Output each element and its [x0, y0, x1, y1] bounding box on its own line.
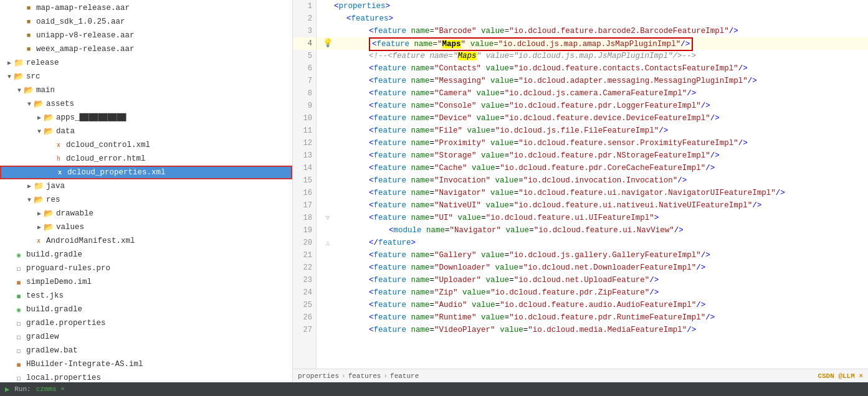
line-num-15: 15: [293, 174, 316, 187]
tree-label: main: [36, 86, 55, 95]
breadcrumb-sep-2: ›: [383, 372, 388, 380]
line-num-5: 5: [293, 50, 316, 62]
csdn-badge: CSDN @LLM ×: [818, 372, 863, 380]
tree-item-gradlew-bat[interactable]: ◻ gradlew.bat: [0, 344, 292, 357]
breadcrumb-part-1[interactable]: properties: [298, 372, 339, 380]
tree-item-build-gradle-root[interactable]: ◉ build.gradle: [0, 303, 292, 316]
tree-item-drawable[interactable]: ▶ 📂 drawable: [0, 207, 292, 220]
code-content: 1 2 3 4 5 6 7 8 9 10 11 12 13 14 15 16 1…: [293, 0, 868, 369]
code-line-10: <feature name="Device" value="io.dcloud.…: [317, 112, 868, 125]
code-line-25: <feature name="Audio" value="io.dcloud.f…: [317, 299, 868, 311]
tree-item-oaid[interactable]: ■ oaid_sdk_1.0.25.aar: [0, 15, 292, 29]
tree-item-dcloud-error[interactable]: h dcloud_error.html: [0, 152, 292, 166]
tree-item-testjks[interactable]: ◼ test.jks: [0, 289, 292, 303]
code-text-13: <feature name="Storage" value="io.dcloud…: [334, 149, 720, 162]
line-num-18: 18: [293, 212, 316, 224]
line-num-14: 14: [293, 162, 316, 174]
code-text-2: <features>: [334, 12, 393, 25]
tree-arrow: ▶: [35, 210, 44, 217]
code-text-11: <feature name="File" value="io.dcloud.js…: [334, 125, 668, 137]
tree-item-map-amap[interactable]: ■ map-amap-release.aar: [0, 1, 292, 15]
tree-item-release[interactable]: ▶ 📁 release: [0, 56, 292, 70]
tree-item-dcloud-control[interactable]: x dcloud_control.xml: [0, 138, 292, 152]
tree-label: dcloud_control.xml: [66, 141, 150, 149]
tree-label: data: [56, 127, 75, 136]
code-text-1: <properties>: [334, 0, 390, 12]
line-num-7: 7: [293, 75, 316, 87]
code-text-10: <feature name="Device" value="io.dcloud.…: [334, 112, 720, 125]
tree-item-local-properties[interactable]: ◻ local.properties: [0, 371, 292, 382]
tree-item-simpledemo[interactable]: ◼ simpleDemo.iml: [0, 275, 292, 289]
code-line-6: <feature name="Contacts" value="io.dclou…: [317, 62, 868, 75]
code-text-16: <feature name="Navigator" value="io.dclo…: [334, 187, 785, 199]
run-bar: ▶ Run: czmms ×: [0, 382, 868, 396]
line-num-4: 4: [293, 37, 316, 50]
breadcrumb-part-3[interactable]: feature: [390, 372, 419, 380]
folder-icon: 📁: [14, 58, 24, 68]
tree-item-values[interactable]: ▶ 📂 values: [0, 220, 292, 234]
code-text-7: <feature name="Messaging" value="io.dclo…: [334, 75, 757, 87]
tree-item-weex[interactable]: ■ weex_amap-release.aar: [0, 42, 292, 56]
code-line-1: <properties>: [317, 0, 868, 12]
code-line-11: <feature name="File" value="io.dcloud.js…: [317, 125, 868, 137]
code-line-21: <feature name="Gallery" value="io.dcloud…: [317, 249, 868, 262]
bat-icon: ◻: [14, 346, 24, 356]
code-text-5: <!--<feature name="Maps" value="io.dclou…: [334, 50, 696, 62]
code-text-3: <feature name="Barcode" value="io.dcloud…: [334, 25, 738, 37]
code-text-27: <feature name="VideoPlayer" value="io.dc…: [334, 324, 696, 336]
tree-item-assets[interactable]: ▼ 📂 assets: [0, 97, 292, 111]
tree-label: oaid_sdk_1.0.25.aar: [36, 17, 125, 26]
line-num-26: 26: [293, 311, 316, 324]
tree-label: build.gradle: [26, 305, 82, 314]
tree-label: AndroidManifest.xml: [46, 237, 135, 245]
tree-item-hbuilder[interactable]: ◼ HBuilder-Integrate-AS.iml: [0, 357, 292, 371]
iml-icon: ◼: [14, 359, 24, 369]
tree-item-gradlew[interactable]: ◻ gradlew: [0, 330, 292, 344]
code-text-23: <feature name="Uploader" value="io.dclou…: [334, 274, 659, 286]
tree-arrow: ▼: [35, 128, 44, 135]
folder-icon: 📂: [44, 113, 54, 123]
tree-arrow: ▼: [15, 87, 24, 94]
tree-label: dcloud_error.html: [66, 154, 146, 163]
run-tab[interactable]: czmms ×: [36, 385, 65, 393]
tree-label: values: [56, 223, 84, 232]
file-icon: ◻: [14, 332, 24, 342]
tree-arrow: ▼: [25, 101, 34, 108]
line-num-24: 24: [293, 286, 316, 299]
tree-item-apps[interactable]: ▶ 📂 apps_██████████: [0, 111, 292, 125]
tree-item-uniapp[interactable]: ■ uniapp-v8-release.aar: [0, 29, 292, 42]
gutter-20: △: [322, 237, 334, 250]
properties-icon: ◻: [14, 373, 24, 382]
aar-icon: ■: [24, 3, 34, 13]
breadcrumb-part-2[interactable]: features: [348, 372, 381, 380]
code-text-9: <feature name="Console" value="io.dcloud…: [334, 100, 710, 112]
tree-arrow: ▶: [35, 224, 44, 231]
tree-item-res[interactable]: ▼ 📂 res: [0, 193, 292, 207]
folder-icon: 📂: [34, 195, 44, 205]
code-line-23: <feature name="Uploader" value="io.dclou…: [317, 274, 868, 286]
code-line-18: ▽ <feature name="UI" value="io.dcloud.fe…: [317, 212, 868, 224]
tree-label: local.properties: [26, 374, 101, 382]
tree-item-dcloud-properties[interactable]: x dcloud_properties.xml: [0, 166, 292, 179]
tree-item-data[interactable]: ▼ 📂 data: [0, 125, 292, 138]
tree-item-java[interactable]: ▶ 📁 java: [0, 179, 292, 193]
tree-item-src[interactable]: ▼ 📂 src: [0, 70, 292, 83]
tree-label: build.gradle: [26, 250, 82, 259]
tree-item-proguard[interactable]: ◻ proguard-rules.pro: [0, 262, 292, 275]
code-text-18: <feature name="UI" value="io.dcloud.feat…: [334, 212, 659, 224]
html-icon: h: [54, 154, 64, 164]
code-line-9: <feature name="Console" value="io.dcloud…: [317, 100, 868, 112]
aar-icon: ■: [24, 31, 34, 40]
code-text-21: <feature name="Gallery" value="io.dcloud…: [334, 249, 710, 262]
tree-item-gradle-properties[interactable]: ◻ gradle.properties: [0, 316, 292, 330]
breadcrumb: properties › features › feature: [298, 372, 419, 380]
jks-icon: ◼: [14, 291, 24, 301]
gutter-4: 💡: [322, 37, 334, 50]
tree-item-androidmanifest[interactable]: x AndroidManifest.xml: [0, 234, 292, 248]
tree-item-main[interactable]: ▼ 📂 main: [0, 83, 292, 97]
tree-item-build-gradle-app[interactable]: ◉ build.gradle: [0, 248, 292, 262]
folder-icon: 📂: [44, 126, 54, 136]
tree-label: apps_██████████: [56, 113, 126, 122]
line-num-25: 25: [293, 299, 316, 311]
line-num-21: 21: [293, 249, 316, 262]
